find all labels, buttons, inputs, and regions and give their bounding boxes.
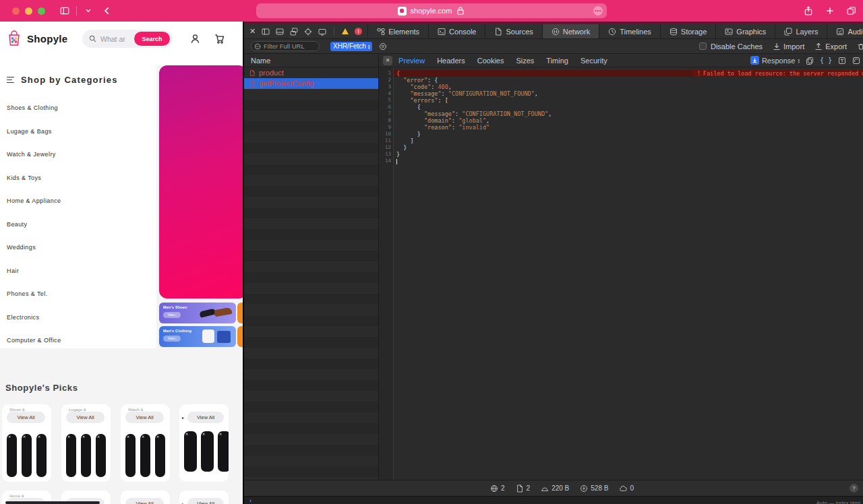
banner-sliver[interactable]	[237, 326, 243, 347]
line-number: 9	[379, 124, 393, 131]
detail-tab-preview[interactable]: Preview	[398, 57, 425, 65]
broken-image-bar	[36, 434, 47, 477]
view-all-button[interactable]: View All	[187, 498, 224, 504]
category-item[interactable]: Beauty	[0, 213, 156, 237]
page-options-icon[interactable]: •••	[593, 6, 603, 15]
inspector-tab-storage[interactable]: Storage	[660, 24, 716, 38]
detail-tab-security[interactable]: Security	[581, 57, 607, 65]
inspector-tab-layers[interactable]: Layers	[775, 24, 827, 38]
inspector-tab-audit[interactable]: Audit	[827, 24, 863, 38]
dock-side-icon[interactable]	[262, 28, 270, 36]
pick-card[interactable]: ▸View All	[179, 491, 229, 504]
back-button[interactable]	[102, 6, 112, 15]
response-dropdown[interactable]: Response ▴▾	[750, 56, 800, 65]
minimize-window-button[interactable]	[25, 7, 32, 15]
pick-card[interactable]: Watch &View All	[121, 404, 170, 482]
sidebar-toggle-icon[interactable]	[60, 6, 69, 15]
close-inspector-button[interactable]: ✕	[249, 27, 256, 36]
clear-network-icon[interactable]	[857, 42, 863, 51]
requests-column-header[interactable]: Name	[244, 54, 378, 67]
inspector-tab-console[interactable]: Console	[428, 24, 485, 38]
line-number-gutter: 1234567891011121314	[379, 67, 394, 480]
category-item[interactable]: Phones & Tel.	[0, 282, 156, 306]
banner-mens-clothing[interactable]: Men's Clothing View ›	[159, 326, 236, 347]
request-row[interactable]: getProjectConfig	[244, 78, 378, 89]
graphics-icon	[725, 28, 733, 36]
detail-tab-sizes[interactable]: Sizes	[516, 57, 534, 65]
view-all-button[interactable]: View All	[66, 412, 105, 423]
import-button[interactable]: Import	[773, 42, 804, 51]
dock-sliver	[5, 501, 100, 504]
pick-card[interactable]: ▸View All	[179, 404, 229, 482]
close-detail-button[interactable]: ✕	[383, 56, 392, 65]
url-filter-input[interactable]: Filter Full URL	[251, 41, 320, 51]
element-picker-icon[interactable]	[304, 28, 312, 36]
view-all-button[interactable]: View All	[187, 412, 224, 423]
request-name: getProjectConfig	[259, 80, 314, 88]
filter-options-icon[interactable]	[379, 42, 387, 51]
tab-overview-icon[interactable]	[847, 6, 856, 15]
banner-mens-shoes[interactable]: Men's Shoes View ›	[159, 303, 236, 323]
category-item[interactable]: Weddings	[0, 236, 156, 259]
inspector-tab-network[interactable]: Network	[542, 24, 599, 38]
account-icon[interactable]	[190, 34, 200, 46]
resource-type-filter[interactable]: XHR/Fetch ▴▾	[330, 42, 372, 51]
pick-card[interactable]: Shoes &View All	[2, 404, 51, 482]
disable-caches-checkbox[interactable]	[699, 42, 707, 50]
request-row[interactable]: product	[244, 67, 378, 78]
new-tab-icon[interactable]	[825, 6, 835, 15]
search-button[interactable]: Search	[134, 32, 170, 46]
view-all-button[interactable]: View All	[125, 412, 164, 423]
inspector-tab-sources[interactable]: Sources	[485, 24, 541, 38]
dock-bottom-icon[interactable]	[276, 28, 284, 36]
address-bar[interactable]: shopyle.com •••	[256, 3, 607, 18]
text-mode-icon[interactable]	[838, 57, 846, 65]
export-button[interactable]: Export	[814, 42, 847, 51]
close-window-button[interactable]	[12, 7, 20, 15]
zoom-window-button[interactable]	[38, 7, 45, 15]
categories-list: Shoes & ClothingLugage & BagsWatch & Jew…	[0, 96, 156, 352]
pick-card[interactable]: View All	[121, 491, 170, 504]
console-icon	[438, 28, 446, 36]
errors-badge[interactable]: !	[355, 28, 362, 35]
category-item[interactable]: Electronics	[0, 306, 156, 329]
toolbar-separator	[334, 27, 334, 36]
category-item[interactable]: Hair	[0, 259, 156, 283]
warnings-badge[interactable]	[342, 28, 349, 34]
inspector-tab-elements[interactable]: Elements	[367, 24, 428, 38]
pretty-print-icon[interactable]: { }	[820, 57, 832, 64]
category-item[interactable]: Shoes & Clothing	[0, 96, 156, 120]
inspector-tab-graphics[interactable]: Graphics	[715, 24, 775, 38]
view-all-button[interactable]: View All	[7, 412, 45, 423]
json-code[interactable]: ! Failed to load resource: the server re…	[394, 67, 863, 480]
view-all-button[interactable]: View All	[125, 498, 164, 504]
clipped-mode-icon[interactable]	[852, 57, 860, 65]
category-item[interactable]: Home & Appliance	[0, 189, 156, 213]
category-item[interactable]: Kids & Toys	[0, 166, 156, 190]
requests-list: productgetProjectConfig	[244, 67, 378, 89]
copy-icon[interactable]	[806, 57, 814, 65]
banner-sliver[interactable]	[237, 303, 243, 323]
detail-tab-timing[interactable]: Timing	[546, 57, 568, 65]
device-icon[interactable]	[318, 28, 326, 36]
quick-console[interactable]: › Auto — index.html	[244, 496, 863, 504]
detail-tab-cookies[interactable]: Cookies	[477, 57, 504, 65]
detail-tab-headers[interactable]: Headers	[437, 57, 465, 65]
inspector-tab-timelines[interactable]: Timelines	[599, 24, 660, 38]
cart-icon[interactable]	[214, 34, 225, 46]
share-icon[interactable]	[804, 6, 813, 15]
site-logo[interactable]: Shopyle	[7, 30, 67, 47]
chevron-down-icon[interactable]	[84, 6, 93, 15]
help-button[interactable]: ?	[850, 484, 858, 493]
document-icon	[516, 484, 524, 493]
response-preview-editor: 1234567891011121314 ! Failed to load res…	[379, 67, 863, 480]
category-item[interactable]: Lugage & Bags	[0, 120, 156, 144]
line-number: 4	[379, 90, 393, 97]
pick-card[interactable]: Lugage &View All	[61, 404, 111, 482]
banner-view-button[interactable]: View ›	[163, 336, 181, 342]
hero-banner[interactable]	[159, 65, 243, 298]
category-item[interactable]: Computer & Office	[0, 329, 156, 352]
banner-view-button[interactable]: View ›	[163, 312, 181, 318]
category-item[interactable]: Watch & Jewelry	[0, 143, 156, 166]
detach-window-icon[interactable]	[290, 28, 298, 36]
